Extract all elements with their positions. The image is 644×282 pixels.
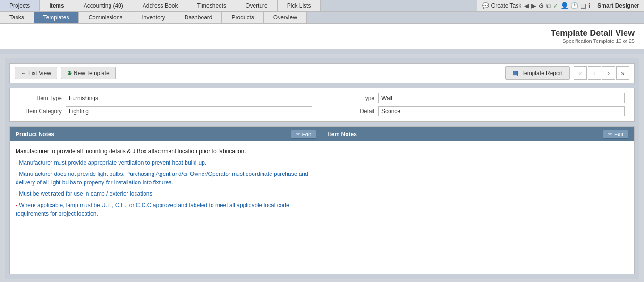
item-notes-header: Item Notes ✏ Edit — [322, 127, 635, 141]
item-notes-panel: Item Notes ✏ Edit — [322, 127, 635, 274]
item-type-row: Item Type — [19, 93, 312, 103]
type-input[interactable] — [378, 93, 625, 103]
page-title: Template Detail View — [9, 28, 635, 38]
product-note-line3: - Manufacturer does not provide light bu… — [16, 170, 316, 187]
nav-tasks[interactable]: Tasks — [0, 12, 34, 23]
template-report-button[interactable]: ▦ Template Report — [505, 66, 570, 80]
page-header: Template Detail View Specification Templ… — [0, 24, 644, 49]
left-info-section: Item Type Item Category — [19, 93, 312, 116]
person-icon[interactable]: 👤 — [560, 2, 568, 9]
nav-dashboard[interactable]: Dashboard — [175, 12, 222, 23]
forward-icon[interactable]: ▶ — [531, 2, 536, 9]
back-icon[interactable]: ◀ — [524, 2, 529, 9]
item-info: Item Type Item Category Type Detail — [9, 88, 635, 122]
list-view-button[interactable]: ← List View — [15, 67, 57, 79]
item-category-row: Item Category — [19, 106, 312, 116]
main-content: ← List View ⊕ New Template ▦ Template Re… — [0, 54, 644, 282]
nav-pick-lists[interactable]: Pick Lists — [278, 0, 321, 11]
page-subtitle: Specification Template 16 of 25 — [9, 38, 635, 44]
top-nav-row: Projects Items Accounting (40) Address B… — [0, 0, 644, 12]
prev-nav-button[interactable]: ‹ — [588, 66, 601, 80]
report-icon: ▦ — [512, 69, 518, 77]
item-notes-edit-button[interactable]: ✏ Edit — [603, 130, 628, 139]
notes-container: Product Notes ✏ Edit Manufacturer to pro… — [9, 126, 635, 274]
detail-label: Detail — [332, 108, 374, 115]
detail-container: ← List View ⊕ New Template ▦ Template Re… — [5, 58, 639, 279]
last-nav-button[interactable]: » — [616, 66, 629, 80]
detail-row: Detail — [332, 106, 625, 116]
gear-icon[interactable]: ⚙ — [538, 2, 544, 9]
copy-icon[interactable]: ⧉ — [546, 2, 551, 10]
first-nav-button[interactable]: « — [574, 66, 587, 80]
chat-icon: 💬 — [482, 2, 489, 9]
product-notes-panel: Product Notes ✏ Edit Manufacturer to pro… — [10, 127, 322, 274]
user-label: Smart Designer — [597, 2, 639, 9]
detail-input[interactable] — [378, 106, 625, 116]
product-notes-header: Product Notes ✏ Edit — [10, 127, 322, 141]
create-task-button[interactable]: 💬 Create Task — [482, 2, 521, 9]
type-row: Type — [332, 93, 625, 103]
nav-overture[interactable]: Overture — [236, 0, 278, 11]
product-note-line4: - Must be wet rated for use in damp / ex… — [16, 190, 316, 198]
right-info-section: Type Detail — [322, 93, 625, 116]
product-note-line5: - Where applicable, lamp must be U.L., C… — [16, 201, 316, 218]
nav-overview[interactable]: Overview — [264, 12, 307, 23]
nav-templates[interactable]: Templates — [34, 12, 79, 23]
nav-projects[interactable]: Projects — [0, 0, 40, 11]
product-notes-body: Manufacturer to provide all mounting det… — [10, 141, 322, 274]
new-template-button[interactable]: ⊕ New Template — [61, 67, 116, 79]
next-nav-button[interactable]: › — [602, 66, 615, 80]
product-notes-title: Product Notes — [16, 131, 54, 138]
bottom-nav-row: Tasks Templates Commissions Inventory Da… — [0, 12, 644, 24]
nav-timesheets[interactable]: Timesheets — [187, 0, 236, 11]
right-toolbar: 💬 Create Task ◀ ▶ ⚙ ⧉ ✓ 👤 🕐 ▦ ℹ Smart De… — [477, 0, 644, 11]
item-category-input[interactable] — [66, 106, 312, 116]
clock-icon[interactable]: 🕐 — [570, 2, 578, 9]
item-category-label: Item Category — [19, 108, 62, 115]
product-notes-edit-button[interactable]: ✏ Edit — [291, 130, 316, 139]
toolbar-icons: ◀ ▶ ⚙ ⧉ ✓ 👤 🕐 ▦ ℹ — [524, 2, 591, 10]
type-label: Type — [332, 95, 374, 101]
nav-arrows: « ‹ › » — [574, 66, 629, 80]
nav-inventory[interactable]: Inventory — [132, 12, 175, 23]
item-type-label: Item Type — [19, 95, 62, 101]
product-note-line2: - Manufacturer must provide appropriate … — [16, 158, 316, 167]
nav-address-book[interactable]: Address Book — [133, 0, 188, 11]
nav-accounting[interactable]: Accounting (40) — [74, 0, 133, 11]
arrow-left-icon: ← — [21, 70, 26, 76]
info-icon[interactable]: ℹ — [588, 2, 591, 9]
nav-items[interactable]: Items — [40, 0, 74, 11]
plus-icon: ⊕ — [67, 70, 72, 76]
check-icon[interactable]: ✓ — [553, 2, 559, 9]
nav-products[interactable]: Products — [222, 12, 263, 23]
nav-commissions[interactable]: Commissions — [79, 12, 132, 23]
item-type-input[interactable] — [66, 93, 312, 103]
pencil-icon-2: ✏ — [608, 131, 612, 137]
display-icon[interactable]: ▦ — [580, 2, 586, 9]
pencil-icon: ✏ — [296, 131, 300, 137]
product-note-line1: Manufacturer to provide all mounting det… — [16, 147, 316, 156]
item-notes-body — [322, 141, 635, 274]
item-notes-title: Item Notes — [328, 131, 357, 138]
detail-toolbar: ← List View ⊕ New Template ▦ Template Re… — [9, 63, 635, 83]
